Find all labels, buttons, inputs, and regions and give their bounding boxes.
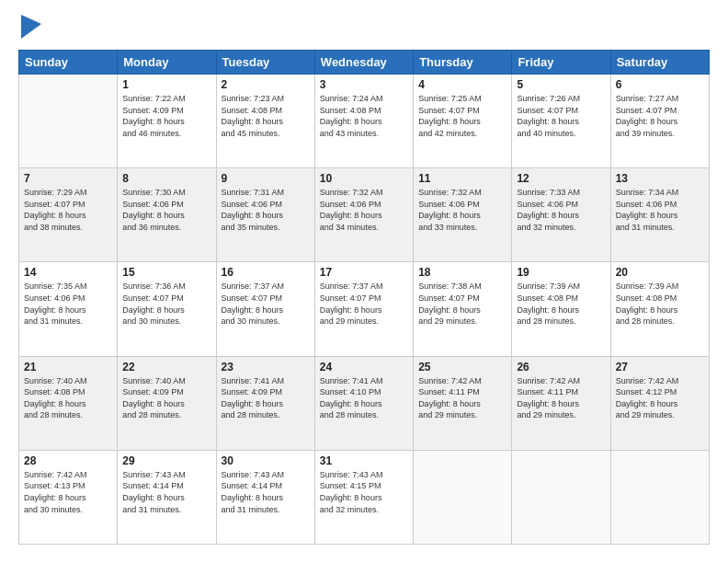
calendar-cell: 14Sunrise: 7:35 AMSunset: 4:06 PMDayligh… [19, 262, 118, 356]
day-number: 6 [616, 78, 704, 91]
day-info: Sunrise: 7:42 AMSunset: 4:13 PMDaylight:… [24, 469, 112, 515]
weekday-tuesday: Tuesday [216, 51, 314, 75]
calendar-cell: 3Sunrise: 7:24 AMSunset: 4:08 PMDaylight… [314, 75, 413, 168]
calendar-cell: 7Sunrise: 7:29 AMSunset: 4:07 PMDaylight… [19, 168, 118, 262]
day-number: 31 [320, 454, 408, 467]
day-number: 4 [418, 78, 506, 91]
calendar-cell: 6Sunrise: 7:27 AMSunset: 4:07 PMDaylight… [610, 75, 709, 168]
weekday-saturday: Saturday [610, 51, 709, 75]
calendar-cell: 21Sunrise: 7:40 AMSunset: 4:08 PMDayligh… [19, 356, 118, 450]
weekday-wednesday: Wednesday [314, 51, 413, 75]
calendar-week-5: 28Sunrise: 7:42 AMSunset: 4:13 PMDayligh… [19, 450, 710, 544]
day-info: Sunrise: 7:38 AMSunset: 4:07 PMDaylight:… [418, 281, 506, 327]
calendar-cell: 27Sunrise: 7:42 AMSunset: 4:12 PMDayligh… [610, 356, 709, 450]
day-info: Sunrise: 7:35 AMSunset: 4:06 PMDaylight:… [24, 281, 112, 327]
day-number: 17 [320, 266, 408, 279]
day-number: 24 [320, 361, 408, 373]
day-number: 18 [418, 266, 506, 279]
calendar-cell: 24Sunrise: 7:41 AMSunset: 4:10 PMDayligh… [314, 356, 413, 450]
calendar-cell [19, 75, 118, 168]
day-number: 15 [122, 266, 210, 279]
weekday-header-row: SundayMondayTuesdayWednesdayThursdayFrid… [19, 51, 710, 75]
header [18, 18, 710, 39]
calendar-week-3: 14Sunrise: 7:35 AMSunset: 4:06 PMDayligh… [19, 262, 710, 356]
calendar-cell: 13Sunrise: 7:34 AMSunset: 4:06 PMDayligh… [610, 168, 709, 262]
day-number: 26 [517, 361, 605, 373]
day-info: Sunrise: 7:31 AMSunset: 4:06 PMDaylight:… [222, 187, 310, 233]
day-info: Sunrise: 7:23 AMSunset: 4:08 PMDaylight:… [222, 93, 310, 139]
day-number: 25 [418, 361, 506, 373]
day-number: 7 [24, 172, 112, 185]
calendar-cell: 17Sunrise: 7:37 AMSunset: 4:07 PMDayligh… [314, 262, 413, 356]
calendar-cell: 15Sunrise: 7:36 AMSunset: 4:07 PMDayligh… [118, 262, 216, 356]
day-info: Sunrise: 7:26 AMSunset: 4:07 PMDaylight:… [517, 93, 605, 139]
calendar-cell: 11Sunrise: 7:32 AMSunset: 4:06 PMDayligh… [414, 168, 512, 262]
logo-icon [21, 15, 41, 39]
day-info: Sunrise: 7:33 AMSunset: 4:06 PMDaylight:… [517, 187, 605, 233]
day-info: Sunrise: 7:41 AMSunset: 4:10 PMDaylight:… [320, 375, 408, 421]
day-number: 29 [122, 454, 210, 467]
calendar-week-4: 21Sunrise: 7:40 AMSunset: 4:08 PMDayligh… [19, 356, 710, 450]
day-info: Sunrise: 7:29 AMSunset: 4:07 PMDaylight:… [24, 187, 112, 233]
calendar-cell: 31Sunrise: 7:43 AMSunset: 4:15 PMDayligh… [314, 450, 413, 544]
weekday-friday: Friday [512, 51, 610, 75]
day-number: 11 [418, 172, 506, 185]
calendar-cell: 19Sunrise: 7:39 AMSunset: 4:08 PMDayligh… [512, 262, 610, 356]
day-info: Sunrise: 7:27 AMSunset: 4:07 PMDaylight:… [616, 93, 704, 139]
day-info: Sunrise: 7:34 AMSunset: 4:06 PMDaylight:… [616, 187, 704, 233]
day-info: Sunrise: 7:32 AMSunset: 4:06 PMDaylight:… [320, 187, 408, 233]
calendar-cell: 18Sunrise: 7:38 AMSunset: 4:07 PMDayligh… [414, 262, 512, 356]
calendar-cell [610, 450, 709, 544]
day-number: 21 [24, 361, 112, 373]
day-info: Sunrise: 7:43 AMSunset: 4:14 PMDaylight:… [222, 469, 310, 515]
weekday-sunday: Sunday [19, 51, 118, 75]
day-number: 8 [122, 172, 210, 185]
calendar-cell: 9Sunrise: 7:31 AMSunset: 4:06 PMDaylight… [216, 168, 314, 262]
calendar-cell: 22Sunrise: 7:40 AMSunset: 4:09 PMDayligh… [118, 356, 216, 450]
calendar-cell: 12Sunrise: 7:33 AMSunset: 4:06 PMDayligh… [512, 168, 610, 262]
day-info: Sunrise: 7:40 AMSunset: 4:08 PMDaylight:… [24, 375, 112, 421]
day-info: Sunrise: 7:36 AMSunset: 4:07 PMDaylight:… [122, 281, 210, 327]
day-number: 30 [222, 454, 310, 467]
day-info: Sunrise: 7:43 AMSunset: 4:14 PMDaylight:… [122, 469, 210, 515]
day-number: 3 [320, 78, 408, 91]
calendar-cell: 29Sunrise: 7:43 AMSunset: 4:14 PMDayligh… [118, 450, 216, 544]
day-info: Sunrise: 7:32 AMSunset: 4:06 PMDaylight:… [418, 187, 506, 233]
day-number: 28 [24, 454, 112, 467]
day-number: 13 [616, 172, 704, 185]
day-info: Sunrise: 7:41 AMSunset: 4:09 PMDaylight:… [222, 375, 310, 421]
day-number: 27 [616, 361, 704, 373]
calendar-cell: 10Sunrise: 7:32 AMSunset: 4:06 PMDayligh… [314, 168, 413, 262]
calendar-cell [512, 450, 610, 544]
day-info: Sunrise: 7:42 AMSunset: 4:12 PMDaylight:… [616, 375, 704, 421]
day-info: Sunrise: 7:42 AMSunset: 4:11 PMDaylight:… [418, 375, 506, 421]
day-info: Sunrise: 7:42 AMSunset: 4:11 PMDaylight:… [517, 375, 605, 421]
calendar-cell: 1Sunrise: 7:22 AMSunset: 4:09 PMDaylight… [118, 75, 216, 168]
calendar-cell: 20Sunrise: 7:39 AMSunset: 4:08 PMDayligh… [610, 262, 709, 356]
day-number: 14 [24, 266, 112, 279]
weekday-monday: Monday [118, 51, 216, 75]
calendar-cell: 23Sunrise: 7:41 AMSunset: 4:09 PMDayligh… [216, 356, 314, 450]
page: SundayMondayTuesdayWednesdayThursdayFrid… [0, 0, 728, 563]
weekday-thursday: Thursday [414, 51, 512, 75]
logo [18, 18, 41, 39]
calendar-week-1: 1Sunrise: 7:22 AMSunset: 4:09 PMDaylight… [19, 75, 710, 168]
calendar-cell [414, 450, 512, 544]
calendar-cell: 30Sunrise: 7:43 AMSunset: 4:14 PMDayligh… [216, 450, 314, 544]
day-info: Sunrise: 7:37 AMSunset: 4:07 PMDaylight:… [320, 281, 408, 327]
day-info: Sunrise: 7:39 AMSunset: 4:08 PMDaylight:… [517, 281, 605, 327]
day-number: 20 [616, 266, 704, 279]
calendar-cell: 28Sunrise: 7:42 AMSunset: 4:13 PMDayligh… [19, 450, 118, 544]
day-number: 19 [517, 266, 605, 279]
day-info: Sunrise: 7:24 AMSunset: 4:08 PMDaylight:… [320, 93, 408, 139]
day-number: 10 [320, 172, 408, 185]
calendar-cell: 8Sunrise: 7:30 AMSunset: 4:06 PMDaylight… [118, 168, 216, 262]
day-number: 16 [222, 266, 310, 279]
svg-marker-0 [21, 15, 41, 39]
calendar-cell: 4Sunrise: 7:25 AMSunset: 4:07 PMDaylight… [414, 75, 512, 168]
day-info: Sunrise: 7:39 AMSunset: 4:08 PMDaylight:… [616, 281, 704, 327]
day-number: 22 [122, 361, 210, 373]
day-number: 12 [517, 172, 605, 185]
calendar-cell: 5Sunrise: 7:26 AMSunset: 4:07 PMDaylight… [512, 75, 610, 168]
day-info: Sunrise: 7:30 AMSunset: 4:06 PMDaylight:… [122, 187, 210, 233]
